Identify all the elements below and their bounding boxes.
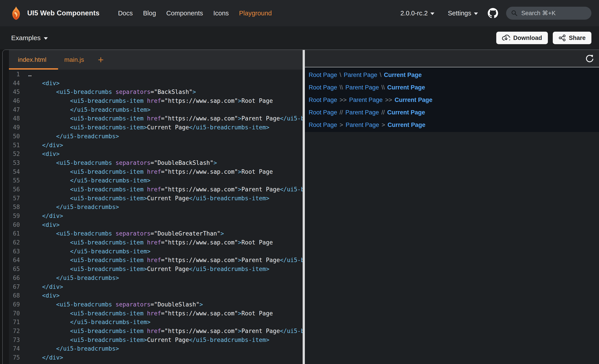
breadcrumb-separator: // <box>381 109 385 116</box>
code-line: 45 <ui5-breadcrumbs separators="BackSlas… <box>3 88 303 97</box>
breadcrumb-link[interactable]: Root Page <box>309 109 337 116</box>
github-icon[interactable] <box>488 8 498 18</box>
code-line: 63 </ui5-breadcrumbs-item> <box>3 247 303 256</box>
search-icon <box>511 10 518 17</box>
download-button[interactable]: Download <box>496 32 548 44</box>
line-number: 55 <box>3 176 20 185</box>
refresh-icon[interactable] <box>585 53 595 63</box>
code-text: <div> <box>28 150 60 159</box>
breadcrumb-link[interactable]: Parent Page <box>345 122 379 128</box>
code-text: <div> <box>28 79 60 88</box>
line-number: 48 <box>3 114 20 123</box>
tab-main-js[interactable]: main.js <box>55 56 93 63</box>
line-number: 66 <box>3 274 20 283</box>
line-number: 69 <box>3 300 20 309</box>
code-text: <ui5-breadcrumbs-item href="https://www.… <box>28 185 303 194</box>
line-number: 57 <box>3 194 20 203</box>
editor-tabbar: index.html main.js + <box>3 50 303 70</box>
line-number: 54 <box>3 168 20 177</box>
line-number: 71 <box>3 318 20 327</box>
code-line: 58 </ui5-breadcrumbs> <box>3 203 303 212</box>
code-text: … <box>28 70 32 79</box>
line-number: 61 <box>3 229 20 238</box>
nav-link-playground[interactable]: Playground <box>234 9 277 17</box>
line-number: 67 <box>3 283 20 291</box>
breadcrumb-link[interactable]: Root Page <box>309 97 337 103</box>
line-number: 64 <box>3 256 20 265</box>
search-box[interactable] <box>506 7 591 20</box>
breadcrumb-link[interactable]: Parent Page <box>345 109 379 116</box>
code-editor-pane[interactable]: index.html main.js + 1…44 <div>45 <ui5-b… <box>3 50 303 364</box>
line-number: 52 <box>3 150 20 159</box>
code-line: 66 </ui5-breadcrumbs> <box>3 274 303 283</box>
navbar-right: 2.0.0-rc.2 Settings <box>400 7 599 20</box>
line-number: 47 <box>3 105 20 114</box>
add-tab-icon[interactable]: + <box>93 55 108 64</box>
line-number: 75 <box>3 353 20 362</box>
preview-frame: Root Page\Parent Page\Current PageRoot P… <box>305 67 599 132</box>
nav-link-components[interactable]: Components <box>161 9 208 17</box>
share-label: Share <box>569 34 586 42</box>
code-line: 74 </ui5-breadcrumbs> <box>3 344 303 353</box>
code-line: 70 <ui5-breadcrumbs-item href="https://w… <box>3 309 303 318</box>
code-line: 49 <ui5-breadcrumbs-item>Current Page</u… <box>3 123 303 132</box>
download-icon <box>502 34 510 42</box>
examples-dropdown[interactable]: Examples <box>11 34 48 42</box>
code-line: 55 </ui5-breadcrumbs-item> <box>3 176 303 185</box>
chevron-down-icon <box>44 37 48 40</box>
code-line: 46 <ui5-breadcrumbs-item href="https://w… <box>3 97 303 105</box>
line-number: 59 <box>3 212 20 220</box>
share-button[interactable]: Share <box>553 32 591 44</box>
code-text: </ui5-breadcrumbs-item> <box>28 176 150 185</box>
code-area[interactable]: 1…44 <div>45 <ui5-breadcrumbs separators… <box>3 70 303 364</box>
code-line: 69 <ui5-breadcrumbs separators="DoubleSl… <box>3 300 303 309</box>
logo-phoenix-icon[interactable] <box>9 6 23 20</box>
breadcrumb-link[interactable]: Parent Page <box>344 72 377 78</box>
line-number: 62 <box>3 238 20 247</box>
code-line: 60 <div> <box>3 220 303 229</box>
breadcrumb-separator: \ <box>340 72 342 78</box>
version-label: 2.0.0-rc.2 <box>400 9 428 17</box>
playground-container: index.html main.js + 1…44 <div>45 <ui5-b… <box>2 50 599 364</box>
code-line: 44 <div> <box>3 79 303 88</box>
line-number: 76 <box>3 362 20 364</box>
nav-link-blog[interactable]: Blog <box>138 9 161 17</box>
nav-link-docs[interactable]: Docs <box>113 9 138 17</box>
tab-index-html[interactable]: index.html <box>9 56 55 63</box>
site-title: UI5 Web Components <box>27 9 99 17</box>
breadcrumb-link[interactable]: Root Page <box>309 72 337 78</box>
pane-resizer[interactable] <box>303 50 305 364</box>
code-text: <ui5-breadcrumbs separators="DoubleSlash… <box>28 300 203 309</box>
examples-toolbar: Examples Download Share <box>0 26 599 50</box>
code-line: 48 <ui5-breadcrumbs-item href="https://w… <box>3 114 303 123</box>
breadcrumb-link[interactable]: Root Page <box>309 84 337 91</box>
code-text: </div> <box>28 212 63 220</box>
breadcrumb-row: Root Page//Parent Page//Current Page <box>309 106 599 119</box>
settings-dropdown[interactable]: Settings <box>448 9 478 17</box>
active-tab-underline <box>9 68 58 70</box>
breadcrumb-current: Current Page <box>387 109 425 116</box>
code-text: </ui5-breadcrumbs> <box>28 344 119 353</box>
nav-link-icons[interactable]: Icons <box>208 9 234 17</box>
code-line: 51 </div> <box>3 141 303 150</box>
code-line: 1… <box>3 70 303 79</box>
code-text: </div> <box>28 283 63 291</box>
breadcrumb-current: Current Page <box>387 84 425 91</box>
version-dropdown[interactable]: 2.0.0-rc.2 <box>400 9 435 17</box>
breadcrumb-separator: \\ <box>381 84 385 91</box>
breadcrumb-row: Root Page>>Parent Page>>Current Page <box>309 94 599 106</box>
line-number: 70 <box>3 309 20 318</box>
breadcrumb-link[interactable]: Parent Page <box>345 84 379 91</box>
download-label: Download <box>513 34 542 42</box>
search-input[interactable] <box>521 9 584 17</box>
code-text: </div> <box>28 141 63 150</box>
preview-header <box>305 50 599 67</box>
breadcrumb-link[interactable]: Root Page <box>309 122 337 128</box>
code-line: 67 </div> <box>3 283 303 291</box>
code-text: </ui5-breadcrumbs-item> <box>28 105 150 114</box>
code-line: 61 <ui5-breadcrumbs separators="DoubleGr… <box>3 229 303 238</box>
breadcrumb-link[interactable]: Parent Page <box>349 97 383 103</box>
code-text: <ui5-breadcrumbs separators="BackSlash"> <box>28 88 196 97</box>
code-line: 54 <ui5-breadcrumbs-item href="https://w… <box>3 168 303 177</box>
code-text: </div> <box>28 353 63 362</box>
